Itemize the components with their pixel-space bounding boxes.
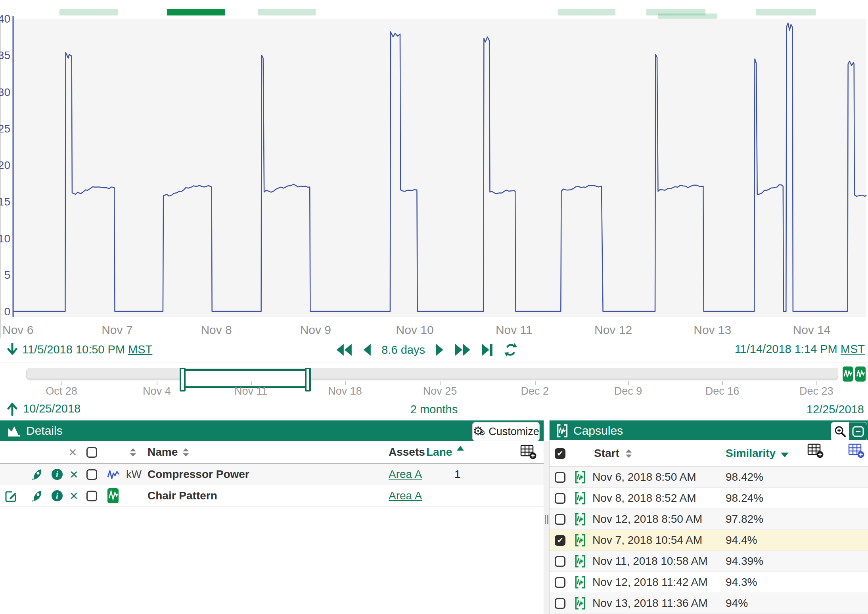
capsule-row[interactable]: Nov 12, 2018 11:42 AM94.3%	[550, 572, 868, 593]
row-checkbox[interactable]	[86, 464, 97, 485]
row-checkbox[interactable]	[555, 593, 565, 614]
timeline-tick-label: Oct 28	[46, 385, 77, 397]
timeline-tick-label: Nov 25	[423, 385, 457, 397]
brush-handle-right[interactable]	[305, 368, 311, 391]
up-arrow-icon	[6, 401, 18, 416]
add-column-icon-alt[interactable]	[848, 438, 865, 464]
display-range-end-link[interactable]: 11/14/2018 1:14 PM MST	[735, 343, 865, 356]
svg-text:5: 5	[4, 269, 10, 281]
fast-forward-button[interactable]	[454, 343, 471, 357]
remove-icon[interactable]: ✕	[69, 485, 79, 507]
row-checkbox[interactable]	[86, 485, 97, 507]
step-forward-button[interactable]	[435, 343, 444, 357]
column-header-lane[interactable]: Lane	[426, 441, 452, 463]
svg-text:0: 0	[4, 305, 10, 318]
asset-link[interactable]: Area A	[389, 464, 422, 485]
duration-label[interactable]: 8.6 days	[381, 343, 425, 357]
investigate-range-start-link[interactable]: 10/25/2018	[23, 402, 80, 415]
signal-pair-icon[interactable]	[842, 366, 867, 382]
refresh-icon[interactable]	[504, 343, 518, 357]
item-name[interactable]: Chair Pattern	[148, 485, 217, 507]
capsule-similarity: 98.42%	[726, 467, 763, 487]
svg-text:10: 10	[0, 232, 10, 245]
details-row-chair-pattern[interactable]: i ✕ Chair Pattern Area A	[0, 485, 544, 507]
capsule-row[interactable]: Nov 13, 2018 11:36 AM94%	[550, 593, 868, 614]
display-range-start-link[interactable]: 11/5/2018 10:50 PM MST	[22, 343, 152, 356]
timeline-tick-label: Nov 18	[328, 385, 362, 397]
row-checkbox[interactable]	[555, 551, 565, 572]
step-backward-button[interactable]	[362, 343, 371, 357]
capsule-bracket-icon	[575, 467, 585, 487]
capsule-start: Nov 6, 2018 8:50 AM	[592, 467, 696, 487]
svg-text:Nov 12: Nov 12	[594, 323, 632, 336]
gears-icon: ⚙⚙	[473, 425, 485, 438]
timeline-tick-label: Nov 4	[143, 385, 171, 397]
time-navigation-bar: 11/5/2018 10:50 PM MST 8.6 days 11/	[0, 338, 868, 363]
svg-text:40: 40	[0, 13, 10, 25]
remove-column-icon[interactable]: ✕	[68, 441, 77, 463]
row-checkbox[interactable]	[555, 509, 565, 530]
add-column-icon[interactable]	[520, 441, 537, 463]
lane-value: 1	[454, 464, 461, 485]
capsule-bracket-icon	[575, 593, 585, 614]
column-header-assets[interactable]: Assets	[389, 441, 425, 463]
info-icon[interactable]: i	[52, 464, 63, 485]
item-name[interactable]: Compressor Power	[148, 464, 249, 485]
timeline-tick	[816, 381, 817, 385]
column-header-name[interactable]: Name	[148, 441, 178, 463]
remove-icon[interactable]: ✕	[69, 464, 79, 485]
investigate-range-end-link[interactable]: 12/25/2018	[807, 403, 864, 416]
svg-text:15: 15	[0, 196, 10, 208]
capsule-bracket-icon	[575, 488, 585, 508]
capsules-select-all-checkbox[interactable]: ✔	[555, 440, 565, 466]
capsule-row[interactable]: Nov 8, 2018 8:52 AM98.24%	[550, 488, 868, 509]
details-select-all-checkbox[interactable]	[86, 441, 97, 463]
details-panel-title: Details	[26, 424, 63, 437]
brush-handle-left[interactable]	[180, 368, 186, 391]
fast-backward-button[interactable]	[335, 343, 352, 357]
customize-button[interactable]: ⚙⚙ Customize	[472, 422, 540, 441]
rocket-icon[interactable]	[31, 485, 44, 507]
row-checkbox[interactable]	[555, 572, 565, 593]
capsule-row[interactable]: Nov 11, 2018 10:58 AM94.39%	[550, 551, 868, 572]
timeline-tick	[535, 381, 536, 385]
info-icon[interactable]: i	[52, 485, 63, 507]
capsule-row[interactable]: ✔Nov 7, 2018 10:54 AM94.4%	[550, 530, 868, 551]
capsule-bracket-icon	[557, 424, 568, 437]
timeline-tick-label: Dec 16	[705, 385, 740, 397]
svg-text:25: 25	[0, 123, 10, 135]
timeline-track[interactable]	[26, 368, 838, 380]
column-header-start[interactable]: Start	[594, 440, 619, 466]
timeline-tick	[628, 381, 629, 385]
sort-icon[interactable]	[130, 441, 136, 463]
details-row-compressor-power[interactable]: i ✕ kW Compressor Power Area A 1	[0, 464, 544, 485]
capsule-row[interactable]: Nov 6, 2018 8:50 AM98.42%	[550, 467, 868, 488]
zoom-in-icon[interactable]	[831, 422, 849, 441]
timeline-tick-label: Dec 2	[521, 385, 549, 397]
skip-to-end-button[interactable]	[481, 343, 493, 357]
row-checkbox[interactable]	[555, 488, 565, 508]
svg-text:35: 35	[0, 49, 10, 61]
panel-resize-handle[interactable]	[544, 441, 549, 614]
edit-icon[interactable]	[5, 485, 17, 507]
add-column-icon[interactable]	[807, 438, 824, 464]
trend-chart[interactable]: 0510152025303540Nov 6Nov 7Nov 8Nov 9Nov …	[0, 0, 868, 338]
sort-icon[interactable]	[183, 441, 189, 463]
svg-text:Nov 8: Nov 8	[201, 323, 232, 336]
details-panel: Details ⚙⚙ Customize ✕ Name Assets Lane	[0, 420, 544, 614]
svg-text:Nov 13: Nov 13	[694, 323, 731, 336]
capsule-similarity: 97.82%	[726, 509, 763, 530]
timeline-tick-label: Nov 11	[234, 385, 268, 397]
capsules-panel: Capsules ✔ Start Similarity	[549, 420, 868, 614]
unit-label: kW	[126, 464, 142, 485]
sort-icon[interactable]	[626, 440, 632, 466]
trend-chart-svg: 0510152025303540Nov 6Nov 7Nov 8Nov 9Nov …	[0, 0, 868, 338]
rocket-icon[interactable]	[31, 464, 44, 485]
asset-link[interactable]: Area A	[389, 485, 422, 507]
column-header-similarity[interactable]: Similarity	[726, 440, 776, 466]
row-checkbox[interactable]: ✔	[555, 530, 565, 551]
svg-text:Nov 11: Nov 11	[496, 323, 533, 336]
capsule-row[interactable]: Nov 12, 2018 8:50 AM97.82%	[550, 509, 868, 530]
investigate-range-duration[interactable]: 2 months	[410, 403, 458, 416]
row-checkbox[interactable]	[555, 467, 565, 487]
